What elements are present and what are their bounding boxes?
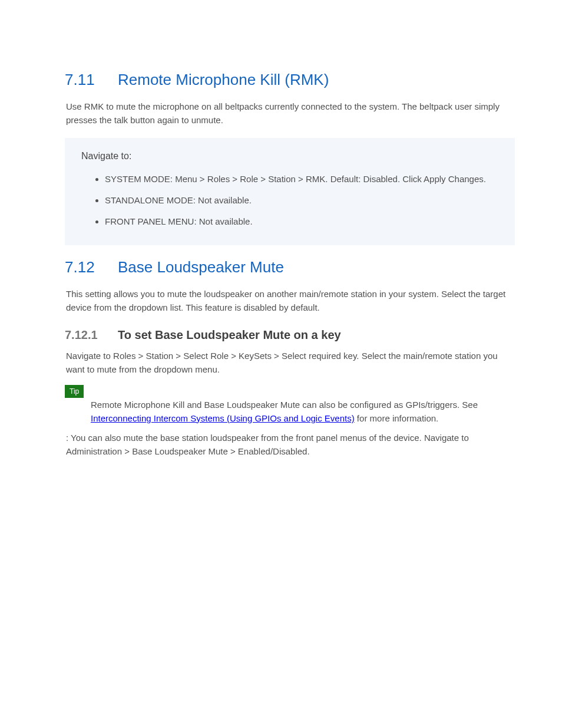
nav-item-system-mode: SYSTEM MODE: Menu > Roles > Role > Stati… [105, 169, 498, 190]
subsection-number: 7.12.1 [65, 328, 118, 342]
section-heading-rmk: 7.11Remote Microphone Kill (RMK) [65, 71, 515, 89]
tip-text-post: for more information. [355, 413, 439, 423]
subsection-title: To set Base Loudspeaker Mute on a key [118, 328, 341, 341]
section-number: 7.12 [65, 258, 118, 276]
blm-description: This setting allows you to mute the loud… [66, 287, 515, 315]
tip-text-pre: Remote Microphone Kill and Base Loudspea… [91, 400, 478, 410]
panel-title: Navigate to: [81, 151, 498, 162]
nav-item-standalone-mode: STANDALONE MODE: Not available. [105, 190, 498, 211]
section-heading-blm: 7.12Base Loudspeaker Mute [65, 258, 515, 276]
subsection-body: Navigate to Roles > Station > Select Rol… [66, 349, 515, 377]
tip-link[interactable]: Interconnecting Intercom Systems (Using … [91, 413, 355, 423]
nav-item-front-panel: FRONT PANEL MENU: Not available. [105, 211, 498, 232]
nav-list: SYSTEM MODE: Menu > Roles > Role > Stati… [105, 169, 498, 232]
rmk-description: Use RMK to mute the microphone on all be… [66, 100, 515, 127]
navigate-panel: Navigate to: SYSTEM MODE: Menu > Roles >… [65, 138, 515, 245]
blm-front-panel-note: : You can also mute the base station lou… [66, 431, 515, 459]
tip-badge: Tip [65, 385, 84, 398]
section-title: Remote Microphone Kill (RMK) [118, 71, 329, 88]
subsection-heading: 7.12.1To set Base Loudspeaker Mute on a … [65, 328, 515, 342]
section-number: 7.11 [65, 71, 118, 89]
tip-box: Tip Remote Microphone Kill and Base Loud… [65, 385, 515, 426]
section-title: Base Loudspeaker Mute [118, 258, 284, 276]
tip-paragraph: Remote Microphone Kill and Base Loudspea… [91, 398, 515, 426]
